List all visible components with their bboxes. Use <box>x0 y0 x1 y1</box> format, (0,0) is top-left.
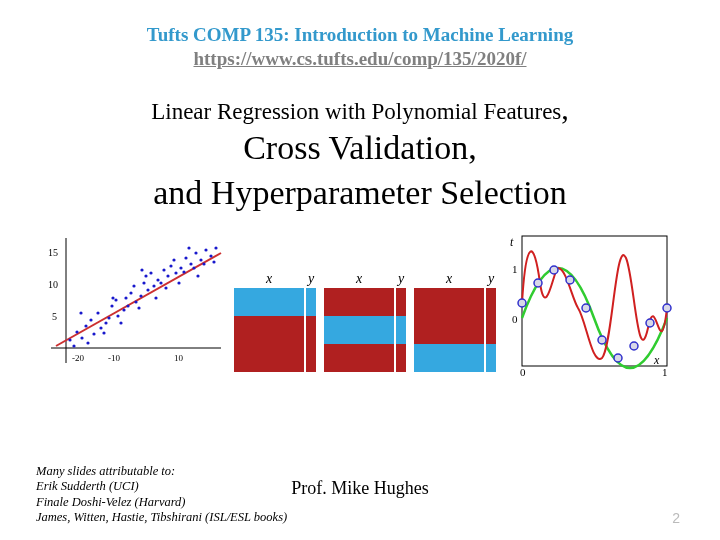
svg-point-49 <box>204 249 207 252</box>
svg-point-13 <box>80 337 83 340</box>
svg-text:0: 0 <box>520 366 526 378</box>
svg-point-21 <box>116 315 119 318</box>
cv-fold-3: xy <box>414 271 496 372</box>
svg-point-59 <box>177 282 180 285</box>
svg-point-40 <box>174 272 177 275</box>
svg-text:5: 5 <box>52 311 57 322</box>
svg-point-56 <box>119 322 122 325</box>
svg-text:0: 0 <box>512 313 518 325</box>
svg-point-23 <box>122 309 125 312</box>
svg-text:t: t <box>510 235 514 249</box>
svg-point-11 <box>72 345 75 348</box>
svg-text:x: x <box>653 353 660 367</box>
svg-text:-20: -20 <box>72 353 84 363</box>
svg-text:1: 1 <box>662 366 668 378</box>
svg-point-47 <box>192 267 195 270</box>
svg-point-64 <box>196 275 199 278</box>
svg-point-33 <box>152 285 155 288</box>
svg-point-48 <box>199 259 202 262</box>
svg-text:-10: -10 <box>108 353 120 363</box>
svg-point-25 <box>129 292 132 295</box>
svg-point-74 <box>534 279 542 287</box>
svg-point-39 <box>169 265 172 268</box>
svg-point-35 <box>156 279 159 282</box>
svg-point-61 <box>111 297 114 300</box>
svg-point-38 <box>166 275 169 278</box>
svg-point-31 <box>146 289 149 292</box>
svg-point-82 <box>663 304 671 312</box>
svg-point-58 <box>154 297 157 300</box>
svg-point-46 <box>194 252 197 255</box>
svg-point-65 <box>140 269 143 272</box>
svg-point-73 <box>518 299 526 307</box>
svg-point-22 <box>114 299 117 302</box>
svg-text:10: 10 <box>48 279 58 290</box>
page-number: 2 <box>672 510 680 526</box>
svg-point-51 <box>209 255 212 258</box>
svg-point-62 <box>164 287 167 290</box>
svg-point-81 <box>646 319 654 327</box>
cv-x-label: x <box>414 271 484 287</box>
cv-fold-1: xy <box>234 271 316 372</box>
subtitle-text: Linear Regression with Polynomial Featur… <box>151 99 561 124</box>
cv-y-label: y <box>306 271 316 287</box>
svg-point-27 <box>134 301 137 304</box>
svg-point-9 <box>68 339 71 342</box>
svg-point-36 <box>162 269 165 272</box>
svg-point-16 <box>99 327 102 330</box>
title-line-1: Cross Validation, <box>36 128 684 167</box>
svg-point-37 <box>159 282 162 285</box>
svg-point-24 <box>124 297 127 300</box>
subtitle-comma: , <box>561 92 569 125</box>
svg-point-28 <box>132 285 135 288</box>
svg-point-52 <box>214 247 217 250</box>
svg-text:15: 15 <box>48 247 58 258</box>
svg-point-29 <box>139 295 142 298</box>
svg-point-42 <box>179 267 182 270</box>
credit-3: James, Witten, Hastie, Tibshirani (ISL/E… <box>36 510 336 526</box>
svg-point-55 <box>102 332 105 335</box>
svg-point-78 <box>598 336 606 344</box>
svg-text:10: 10 <box>174 353 184 363</box>
svg-point-77 <box>582 304 590 312</box>
svg-point-26 <box>126 305 129 308</box>
svg-point-12 <box>84 325 87 328</box>
cv-folds: xy xy xy <box>234 271 496 378</box>
svg-point-54 <box>79 312 82 315</box>
svg-point-63 <box>187 247 190 250</box>
cv-fold-2: xy <box>324 271 406 372</box>
svg-rect-66 <box>522 236 667 366</box>
svg-line-8 <box>56 253 221 346</box>
curve-plot: 1 0 0 1 x t <box>504 228 674 378</box>
svg-point-57 <box>137 307 140 310</box>
scatter-plot: 15 10 5 -20 -10 10 <box>46 228 226 378</box>
svg-point-10 <box>75 331 78 334</box>
svg-text:1: 1 <box>512 263 518 275</box>
cv-x-label: x <box>234 271 304 287</box>
svg-point-15 <box>89 319 92 322</box>
svg-point-76 <box>566 276 574 284</box>
course-title: Tufts COMP 135: Introduction to Machine … <box>36 24 684 46</box>
professor-name: Prof. Mike Hughes <box>36 478 684 499</box>
svg-point-18 <box>104 322 107 325</box>
subtitle: Linear Regression with Polynomial Featur… <box>36 92 684 126</box>
course-url[interactable]: https://www.cs.tufts.edu/comp/135/2020f/ <box>36 48 684 70</box>
cv-y-label: y <box>486 271 496 287</box>
svg-point-14 <box>92 333 95 336</box>
svg-point-43 <box>184 257 187 260</box>
svg-point-17 <box>96 312 99 315</box>
svg-point-41 <box>172 259 175 262</box>
svg-point-79 <box>614 354 622 362</box>
cv-y-label: y <box>396 271 406 287</box>
svg-point-32 <box>144 275 147 278</box>
figures-row: 15 10 5 -20 -10 10 <box>36 218 684 378</box>
svg-point-50 <box>202 263 205 266</box>
svg-point-44 <box>182 271 185 274</box>
cv-x-label: x <box>324 271 394 287</box>
svg-point-19 <box>110 305 113 308</box>
title-line-2: and Hyperparameter Selection <box>36 173 684 212</box>
svg-point-75 <box>550 266 558 274</box>
svg-point-30 <box>142 282 145 285</box>
svg-point-45 <box>189 263 192 266</box>
svg-point-53 <box>212 261 215 264</box>
